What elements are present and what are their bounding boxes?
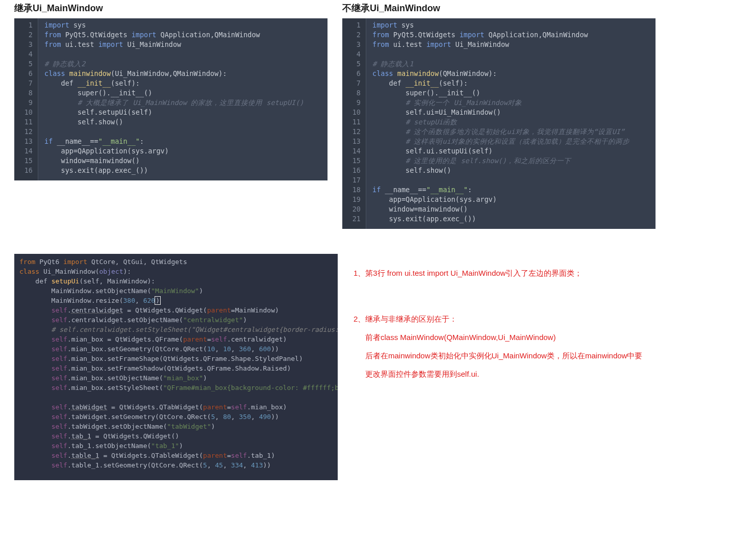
code-block-1: 12345678910111213141516 import sys from … xyxy=(14,18,327,180)
note-2-line4: 更改界面控件参数需要用到self.ui. xyxy=(365,365,479,383)
note-2-line2: 前者class MainWindow(QMainWindow,Ui_MainWi… xyxy=(365,328,556,347)
note-2-line1: 2、继承与非继承的区别在于： xyxy=(354,310,457,328)
note-1: 1、第3行 from ui.test import Ui_MainWindow引… xyxy=(354,264,582,282)
note-2-line3: 后者在mainwindow类初始化中实例化Ui_MainWindow类，所以在m… xyxy=(365,347,642,365)
heading-inherit: 继承Ui_MainWindow xyxy=(14,2,103,14)
gutter-2: 123456789101112131415161718192021 xyxy=(342,18,366,229)
gutter-1: 12345678910111213141516 xyxy=(14,18,38,180)
code-block-2: 123456789101112131415161718192021 import… xyxy=(342,18,656,229)
code-block-3: from PyQt6 import QtCore, QtGui, QtWidge… xyxy=(14,254,338,480)
code-1: import sys from PyQt5.QtWidgets import Q… xyxy=(38,18,310,180)
page: 继承Ui_MainWindow 不继承Ui_MainWindow 1234567… xyxy=(0,0,756,549)
heading-no-inherit: 不继承Ui_MainWindow xyxy=(342,2,440,14)
code-2: import sys from PyQt5.QtWidgets import Q… xyxy=(366,18,636,229)
